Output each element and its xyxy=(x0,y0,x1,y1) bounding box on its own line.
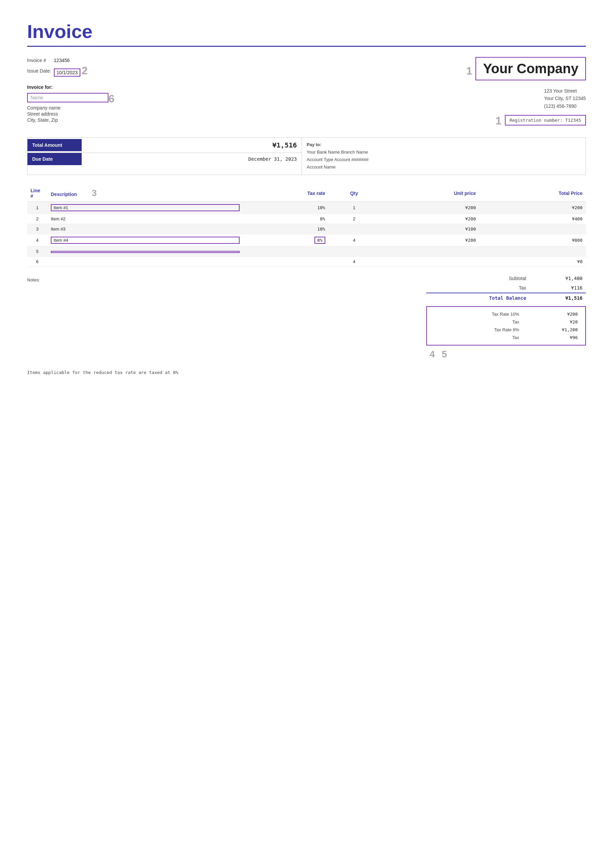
badge-1b: 1 xyxy=(495,115,502,127)
tax8-value: ¥96 xyxy=(522,334,580,341)
registration-number: Registration number: T12345 xyxy=(505,115,586,126)
cell-tax-rate: 10% xyxy=(243,202,329,214)
cell-unit-price xyxy=(379,256,479,267)
badge-4: 4 xyxy=(430,349,435,360)
header-section: Invoice # 123456 Issue Date: 10/1/2023 2… xyxy=(27,57,586,127)
due-date-value: December 31, 2023 xyxy=(82,153,302,165)
invoice-number-value: 123456 xyxy=(54,57,90,64)
cell-description: Item #3 xyxy=(48,224,243,234)
issue-date-value[interactable]: 10/1/2023 xyxy=(54,68,80,77)
tax-label: Tax xyxy=(426,283,529,293)
table-row: 1Item #110%1¥200¥200 xyxy=(27,202,586,214)
badge-2: 2 xyxy=(82,64,88,77)
cell-unit-price: ¥200 xyxy=(379,214,479,224)
pay-to-section: Pay to: Your Bank Name Branch Name Accou… xyxy=(302,138,585,174)
cell-total-price: ¥400 xyxy=(479,214,586,224)
subtotal-label: Subtotal xyxy=(426,274,529,283)
notes-label: Notes: xyxy=(27,277,40,282)
company-address: 123 Your Street Your City, ST 12345 (123… xyxy=(544,87,586,110)
cell-tax-rate[interactable]: 8% xyxy=(243,234,329,246)
cell-description[interactable] xyxy=(48,246,243,256)
col-qty: Qty xyxy=(329,185,380,202)
total-left: Total Amount ¥1,516 Due Date December 31… xyxy=(28,138,302,174)
cell-qty: 4 xyxy=(329,256,380,267)
col-total-price: Total Price xyxy=(479,185,586,202)
total-amount-value: ¥1,516 xyxy=(82,138,302,153)
left-info: Invoice # 123456 Issue Date: 10/1/2023 2… xyxy=(27,57,306,127)
tax-breakdown-table: Tax Rate 10% ¥200 Tax ¥20 Tax Rate 8% ¥1… xyxy=(432,310,580,341)
cell-description: Item #2 xyxy=(48,214,243,224)
cell-total-price xyxy=(479,246,586,256)
rate10-value: ¥200 xyxy=(522,310,580,318)
cell-total-price: ¥0 xyxy=(479,256,586,267)
total-section: Total Amount ¥1,516 Due Date December 31… xyxy=(27,137,586,175)
tax8-label: Tax xyxy=(432,334,522,341)
street-address-line: Street address xyxy=(27,111,306,117)
tax10-value: ¥20 xyxy=(522,318,580,326)
badge-1a: 1 xyxy=(466,65,472,77)
col-line: Line # xyxy=(27,185,48,202)
cell-unit-price: ¥100 xyxy=(379,224,479,234)
summary-col: Subtotal ¥1,400 Tax ¥116 Total Balance ¥… xyxy=(426,274,586,360)
col-unit-price: Unit price xyxy=(379,185,479,202)
table-row: 64¥0 xyxy=(27,256,586,267)
cell-total-price xyxy=(479,224,586,234)
address-line1: 123 Your Street xyxy=(544,87,586,95)
cell-tax-rate[interactable] xyxy=(243,246,329,256)
cell-line: 1 xyxy=(27,202,48,214)
invoice-number-label: Invoice # xyxy=(27,57,54,64)
cell-tax-rate: 8% xyxy=(243,214,329,224)
cell-description[interactable]: Item #4 xyxy=(48,234,243,246)
summary-table: Subtotal ¥1,400 Tax ¥116 Total Balance ¥… xyxy=(426,274,586,303)
address-line3: (123) 456-7890 xyxy=(544,102,586,110)
table-row: 5 xyxy=(27,246,586,256)
pay-to-label: Pay to: xyxy=(306,142,321,147)
right-info: 1 Your Company 123 Your Street Your City… xyxy=(306,57,586,127)
cell-qty xyxy=(329,224,380,234)
due-date-row: Due Date December 31, 2023 xyxy=(28,153,302,165)
top-divider xyxy=(27,46,586,47)
cell-qty: 1 xyxy=(329,202,380,214)
badge-6: 6 xyxy=(108,93,115,105)
cell-tax-rate: 10% xyxy=(243,224,329,234)
tax-value: ¥116 xyxy=(529,283,586,293)
table-row: 3Item #310%¥100 xyxy=(27,224,586,234)
cell-line: 6 xyxy=(27,256,48,267)
total-amount-label: Total Amount xyxy=(28,139,82,151)
total-balance-label: Total Balance xyxy=(426,293,529,303)
badge-3: 3 xyxy=(92,188,97,198)
due-date-label: Due Date xyxy=(28,153,82,165)
total-balance-value: ¥1,516 xyxy=(529,293,586,303)
cell-line: 3 xyxy=(27,224,48,234)
items-table: Line # Description 3 Tax rate Qty Unit p… xyxy=(27,185,586,267)
col-description: Description 3 xyxy=(48,185,243,202)
page-title: Invoice xyxy=(27,20,586,42)
subtotal-value: ¥1,400 xyxy=(529,274,586,283)
footer-note: Items applicable for the reduced tax rat… xyxy=(27,370,586,375)
name-input[interactable]: Name xyxy=(27,93,108,102)
invoice-meta: Invoice # 123456 Issue Date: 10/1/2023 2 xyxy=(27,57,306,78)
cell-line: 4 xyxy=(27,234,48,246)
issue-date-label: Issue Date: xyxy=(27,64,54,78)
cell-description xyxy=(48,256,243,267)
table-row: 2Item #28%2¥200¥400 xyxy=(27,214,586,224)
address-line2: Your City, ST 12345 xyxy=(544,95,586,102)
pay-to-line1: Your Bank Name Branch Name xyxy=(306,149,581,156)
col-tax-rate: Tax rate xyxy=(243,185,329,202)
cell-description[interactable]: Item #1 xyxy=(48,202,243,214)
cell-line: 2 xyxy=(27,214,48,224)
cell-total-price: ¥200 xyxy=(479,202,586,214)
company-name: Your Company xyxy=(475,57,586,81)
total-amount-row: Total Amount ¥1,516 xyxy=(28,138,302,153)
cell-qty: 2 xyxy=(329,214,380,224)
cell-tax-rate xyxy=(243,256,329,267)
cell-unit-price xyxy=(379,246,479,256)
pay-to-line2: Account Type Account ####### xyxy=(306,156,581,163)
cell-qty: 4 xyxy=(329,234,380,246)
notes-col: Notes: xyxy=(27,274,267,360)
company-name-line: Company name xyxy=(27,105,306,110)
tax10-label: Tax xyxy=(432,318,522,326)
cell-total-price: ¥800 xyxy=(479,234,586,246)
rate8-label: Tax Rate 8% xyxy=(432,326,522,334)
city-state-zip-line: City, State, Zip xyxy=(27,117,306,123)
